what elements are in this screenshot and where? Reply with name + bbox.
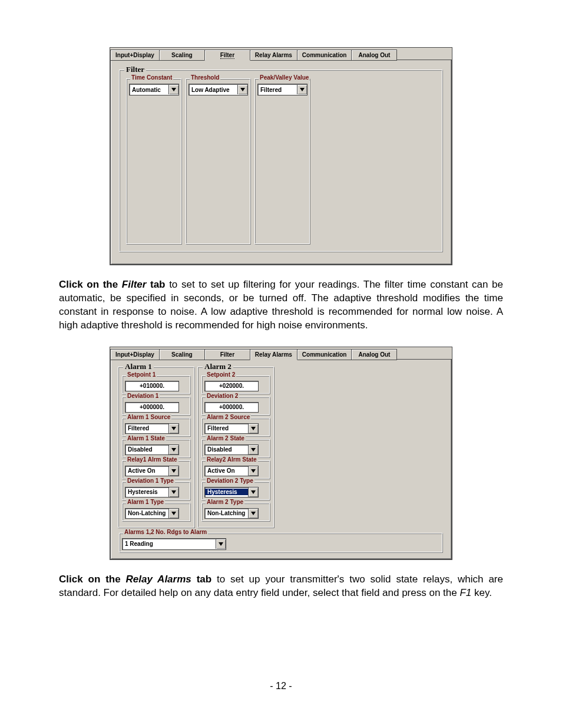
label-time-constant: Time Constant (130, 74, 173, 81)
group-alarm1: Alarm 1 Setpoint 1 +010000. Deviation 1 … (118, 367, 195, 528)
tab-scaling[interactable]: Scaling (159, 349, 205, 360)
subgroup-deviation2: Deviation 2 +000000. (201, 397, 270, 416)
subgroup-alarm1-state: Alarm 1 State Disabled (122, 439, 191, 458)
chevron-down-icon[interactable] (168, 85, 178, 94)
chevron-down-icon[interactable] (248, 424, 258, 433)
chevron-down-icon[interactable] (237, 85, 247, 94)
combo-alarm1-state[interactable]: Disabled (125, 444, 179, 455)
group-filter-legend: Filter (124, 65, 146, 74)
combo-alarm2-source[interactable]: Filtered (204, 423, 259, 434)
chevron-down-icon[interactable] (248, 445, 258, 454)
label-threshold: Threshold (190, 74, 220, 81)
tab-communication[interactable]: Communication (297, 50, 352, 61)
combo-rdgs-to-alarm[interactable]: 1 Reading (122, 538, 226, 550)
subgroup-time-constant: Time Constant Automatic (126, 78, 182, 245)
combo-alarm2-state[interactable]: Disabled (204, 444, 259, 455)
tab-filter[interactable]: Filter (204, 50, 250, 61)
combo-deviation2-type[interactable]: Hysteresis (204, 487, 259, 498)
input-deviation2[interactable]: +000000. (204, 402, 259, 413)
paragraph-relay-alarms-description: Click on the Relay Alarms tab to set up … (59, 573, 503, 600)
subgroup-alarm2-source: Alarm 2 Source Filtered (201, 418, 270, 437)
tab-strip: Input+Display Scaling Filter Relay Alarm… (110, 347, 452, 360)
tab-scaling[interactable]: Scaling (159, 50, 205, 61)
screenshot-filter-tab: Input+Display Scaling Filter Relay Alarm… (110, 47, 452, 265)
input-setpoint2[interactable]: +020000. (204, 381, 259, 391)
chevron-down-icon[interactable] (168, 424, 178, 433)
group-alarm1-legend: Alarm 1 (123, 362, 154, 371)
subgroup-deviation1-type: Deviation 1 Type Hysteresis (122, 482, 191, 500)
subgroup-setpoint2: Setpoint 2 +020000. (201, 375, 270, 394)
chevron-down-icon[interactable] (168, 466, 178, 476)
tab-relay-alarms[interactable]: Relay Alarms (250, 50, 297, 61)
subgroup-rdgs-to-alarm: Alarms 1,2 No. Rdgs to Alarm 1 Reading (119, 533, 443, 553)
combo-relay2-state[interactable]: Active On (204, 466, 259, 476)
input-deviation1[interactable]: +000000. (125, 402, 179, 413)
tab-input-display[interactable]: Input+Display (110, 349, 160, 360)
combo-alarm1-source[interactable]: Filtered (125, 423, 179, 434)
tab-communication[interactable]: Communication (297, 349, 352, 360)
chevron-down-icon[interactable] (297, 85, 307, 94)
tab-analog-out[interactable]: Analog Out (351, 50, 397, 61)
subgroup-deviation2-type: Deviation 2 Type Hysteresis (201, 482, 270, 500)
subgroup-alarm1-source: Alarm 1 Source Filtered (122, 418, 191, 437)
combo-deviation1-type[interactable]: Hysteresis (125, 487, 179, 498)
chevron-down-icon[interactable] (168, 487, 178, 497)
tab-input-display[interactable]: Input+Display (110, 50, 160, 61)
tab-strip: Input+Display Scaling Filter Relay Alarm… (110, 48, 452, 60)
subgroup-alarm1-type: Alarm 1 Type Non-Latching (122, 503, 191, 522)
input-setpoint1[interactable]: +010000. (125, 381, 179, 391)
group-alarm2-legend: Alarm 2 (203, 362, 233, 371)
subgroup-relay1-state: Relay1 Alrm State Active On (122, 460, 191, 479)
tab-relay-alarms[interactable]: Relay Alarms (250, 349, 297, 360)
combo-threshold[interactable]: Low Adaptive (189, 84, 248, 95)
chevron-down-icon[interactable] (248, 466, 258, 476)
group-alarm2: Alarm 2 Setpoint 2 +020000. Deviation 2 … (197, 367, 275, 528)
chevron-down-icon[interactable] (216, 539, 226, 549)
chevron-down-icon[interactable] (168, 445, 178, 454)
subgroup-peak-valley: Peak/Valley Value Filtered (254, 78, 310, 245)
paragraph-filter-description: Click on the Filter tab to set to set up… (59, 278, 503, 332)
tab-filter[interactable]: Filter (204, 349, 250, 360)
group-filter: Filter Time Constant Automatic Threshold… (119, 70, 443, 252)
subgroup-relay2-state: Relay2 Alrm State Active On (201, 460, 270, 479)
chevron-down-icon[interactable] (248, 509, 258, 518)
chevron-down-icon[interactable] (248, 487, 258, 497)
chevron-down-icon[interactable] (168, 509, 178, 518)
combo-time-constant[interactable]: Automatic (129, 84, 179, 95)
subgroup-alarm2-state: Alarm 2 State Disabled (201, 439, 270, 458)
combo-relay1-state[interactable]: Active On (125, 466, 179, 476)
combo-alarm1-type[interactable]: Non-Latching (125, 508, 179, 519)
subgroup-alarm2-type: Alarm 2 Type Non-Latching (201, 503, 270, 522)
subgroup-deviation1: Deviation 1 +000000. (122, 397, 191, 416)
page-number: - 12 - (0, 681, 562, 691)
label-peak-valley: Peak/Valley Value (259, 74, 310, 81)
combo-peak-valley[interactable]: Filtered (257, 84, 308, 95)
tab-analog-out[interactable]: Analog Out (351, 349, 397, 360)
screenshot-relay-alarms-tab: Input+Display Scaling Filter Relay Alarm… (110, 347, 452, 560)
subgroup-setpoint1: Setpoint 1 +010000. (122, 375, 191, 394)
combo-alarm2-type[interactable]: Non-Latching (204, 508, 259, 519)
subgroup-threshold: Threshold Low Adaptive (186, 78, 251, 245)
